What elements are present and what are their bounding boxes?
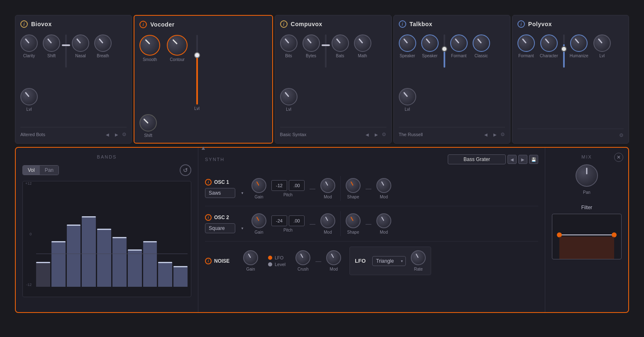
bands-bars-container[interactable] (36, 185, 188, 287)
osc2-type-wrapper: Square Sine Saws Triangle (205, 223, 246, 233)
compuvox-math-knob[interactable] (354, 34, 371, 52)
talkbox-lvl-knob[interactable] (399, 88, 416, 105)
biovox-nasal-knob[interactable] (72, 34, 89, 52)
plugin-card-polyvox: i Polyvox Formant Character (512, 15, 629, 144)
lfo-rate-knob[interactable] (411, 250, 426, 265)
talkbox-lvl-slider-group (444, 34, 445, 83)
polyvox-settings-icon[interactable]: ⚙ (619, 132, 624, 138)
osc1-shape-knob[interactable] (346, 178, 361, 193)
synth-preset-prev[interactable]: ◀ (507, 155, 517, 164)
polyvox-info-icon[interactable]: i (517, 20, 525, 28)
compuvox-bats-group: Bats (332, 34, 349, 83)
band-bar-1[interactable] (51, 241, 66, 287)
bands-pan-toggle[interactable]: Pan (40, 166, 59, 175)
compuvox-bytes-knob[interactable] (302, 34, 320, 52)
compuvox-bytes-label: Bytes (306, 54, 316, 58)
synth-preset-next[interactable]: ▶ (518, 155, 527, 164)
pan-knob[interactable] (576, 164, 598, 187)
biovox-clarity-knob[interactable] (20, 34, 38, 52)
osc2-dash2: — (366, 220, 371, 227)
talkbox-info-icon[interactable]: i (399, 20, 406, 28)
polyvox-lvl-knob-label: Lvl (599, 54, 605, 58)
synth-preset-name[interactable]: Bass Grater (448, 154, 506, 164)
vocoder-smooth-knob[interactable] (139, 35, 160, 56)
bands-vol-toggle[interactable]: Vol (23, 166, 40, 175)
polyvox-humanize-knob[interactable] (570, 34, 588, 52)
osc1-mod-knob[interactable] (320, 178, 335, 193)
osc1-pitch-fine[interactable]: .00 (289, 180, 305, 191)
compuvox-lvl-slider[interactable] (325, 34, 327, 68)
compuvox-bats-knob[interactable] (332, 34, 349, 52)
polyvox-lvl-knob[interactable] (593, 34, 611, 52)
talkbox-prev-btn[interactable]: ◀ (482, 131, 490, 138)
mix-close-btn[interactable]: ✕ (614, 153, 623, 162)
polyvox-formant-knob[interactable] (517, 34, 535, 52)
osc2-pitch-inputs: -24 .00 (271, 215, 305, 226)
noise-mod-knob[interactable] (326, 250, 341, 265)
osc2-gain-knob[interactable] (251, 213, 266, 228)
talkbox-settings-icon[interactable]: ⚙ (500, 132, 505, 137)
biovox-next-btn[interactable]: ▶ (113, 131, 120, 138)
osc1-pitch-coarse[interactable]: -12 (271, 180, 287, 191)
osc1-info-icon[interactable]: i (205, 179, 212, 186)
osc1-dash: — (310, 185, 315, 192)
compuvox-lvl-knob[interactable] (280, 88, 298, 105)
compuvox-bytes-group: Bytes (302, 34, 320, 83)
compuvox-prev-btn[interactable]: ◀ (363, 131, 371, 138)
biovox-prev-btn[interactable]: ◀ (104, 131, 111, 138)
polyvox-footer: ⚙ (517, 129, 624, 138)
band-bar-7[interactable] (143, 241, 157, 287)
vocoder-contour-knob[interactable] (167, 35, 188, 56)
osc2-pitch-coarse[interactable]: -24 (271, 215, 287, 226)
band-bar-3[interactable] (82, 216, 96, 287)
compuvox-settings-icon[interactable]: ⚙ (382, 132, 386, 137)
band-bar-4[interactable] (97, 229, 111, 287)
osc1-gain-group: Gain (251, 178, 266, 199)
osc2-shapemod-knob[interactable] (376, 213, 391, 228)
talkbox-classic-label: Classic (475, 54, 488, 58)
vocoder-info-icon[interactable]: i (139, 21, 147, 28)
noise-crush-knob[interactable] (295, 250, 310, 265)
talkbox-formant-knob[interactable] (450, 34, 468, 52)
compuvox-info-icon[interactable]: i (280, 20, 288, 28)
biovox-shift-knob[interactable] (43, 34, 60, 52)
biovox-info-icon[interactable]: i (20, 20, 28, 28)
talkbox-lvl-slider[interactable] (444, 34, 445, 68)
talkbox-next-btn[interactable]: ▶ (491, 131, 499, 138)
band-bar-9[interactable] (173, 266, 188, 287)
noise-gain-knob[interactable] (243, 250, 258, 265)
synth-header: SYNTH Bass Grater ◀ ▶ 💾 (205, 154, 538, 164)
osc1-gain-knob[interactable] (251, 178, 266, 193)
talkbox-classic-knob[interactable] (473, 34, 490, 52)
osc1-type-select[interactable]: Saws Sine Square Triangle (205, 188, 235, 198)
polyvox-lvl-slider[interactable] (563, 34, 565, 68)
band-bar-0[interactable] (36, 262, 50, 287)
talkbox-speaker2-knob[interactable] (421, 34, 439, 52)
band-bar-8[interactable] (158, 262, 172, 287)
biovox-lvl-knob[interactable] (20, 88, 38, 105)
osc1-shapemod-knob[interactable] (376, 178, 391, 193)
polyvox-character-knob[interactable] (540, 34, 558, 52)
biovox-breath-knob[interactable] (94, 34, 112, 52)
lfo-type-select[interactable]: Triangle Sine Square Sawtooth (372, 256, 406, 266)
bands-reset-btn[interactable]: ↺ (180, 164, 191, 176)
osc2-mod-knob[interactable] (320, 213, 335, 228)
osc2-pitch-group: -24 .00 Pitch (271, 215, 305, 232)
noise-info-icon[interactable]: i (205, 258, 212, 264)
band-bar-5[interactable] (112, 237, 127, 287)
osc2-shape-knob[interactable] (346, 213, 361, 228)
osc2-info-icon[interactable]: i (205, 214, 212, 221)
osc2-pitch-fine[interactable]: .00 (289, 215, 305, 226)
band-bar-6[interactable] (128, 249, 142, 287)
filter-display[interactable] (552, 214, 622, 259)
synth-save-btn[interactable]: 💾 (529, 155, 538, 164)
biovox-lvl-slider[interactable] (65, 34, 67, 68)
compuvox-next-btn[interactable]: ▶ (373, 131, 380, 138)
vocoder-lvl-slider[interactable] (196, 35, 198, 105)
vocoder-shift-knob[interactable] (139, 114, 157, 132)
osc2-type-select[interactable]: Square Sine Saws Triangle (205, 223, 235, 233)
biovox-settings-icon[interactable]: ⚙ (122, 132, 127, 137)
talkbox-speaker1-knob[interactable] (399, 34, 416, 52)
compuvox-bits-knob[interactable] (280, 34, 298, 52)
band-bar-2[interactable] (67, 225, 81, 287)
